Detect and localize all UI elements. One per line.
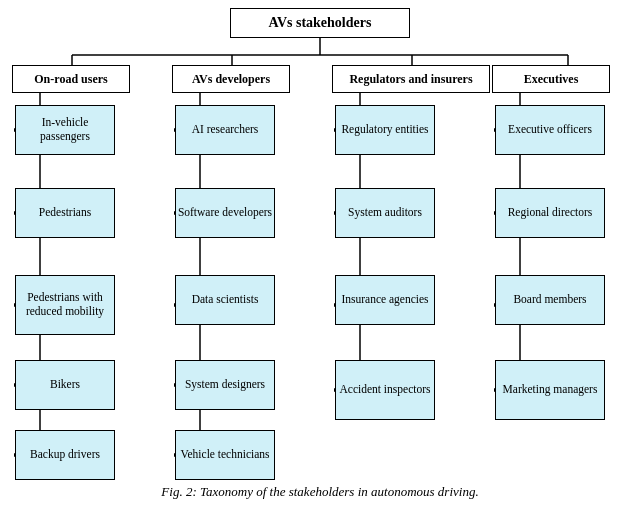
header-executives: Executives	[492, 65, 610, 93]
item-ai-researchers: AI researchers	[175, 105, 275, 155]
item-sys-designers: System designers	[175, 360, 275, 410]
item-ped-reduced: Pedestrians with reduced mobility	[15, 275, 115, 335]
item-insurance: Insurance agencies	[335, 275, 435, 325]
diagram: AVs stakeholders On-road users AVs devel…	[0, 0, 640, 480]
root-node: AVs stakeholders	[230, 8, 410, 38]
item-accident: Accident inspectors	[335, 360, 435, 420]
item-pedestrians: Pedestrians	[15, 188, 115, 238]
item-in-vehicle: In-vehicle passengers	[15, 105, 115, 155]
item-marketing: Marketing managers	[495, 360, 605, 420]
header-regulators: Regulators and insurers	[332, 65, 490, 93]
item-regulatory: Regulatory entities	[335, 105, 435, 155]
header-avs-dev: AVs developers	[172, 65, 290, 93]
item-board: Board members	[495, 275, 605, 325]
item-sys-auditors: System auditors	[335, 188, 435, 238]
item-backup: Backup drivers	[15, 430, 115, 480]
item-software-dev: Software developers	[175, 188, 275, 238]
figure-caption: Fig. 2: Taxonomy of the stakeholders in …	[0, 480, 640, 504]
item-bikers: Bikers	[15, 360, 115, 410]
item-exec-officers: Executive officers	[495, 105, 605, 155]
item-data-sci: Data scientists	[175, 275, 275, 325]
header-on-road: On-road users	[12, 65, 130, 93]
item-regional-dir: Regional directors	[495, 188, 605, 238]
item-vehicle-tech: Vehicle technicians	[175, 430, 275, 480]
